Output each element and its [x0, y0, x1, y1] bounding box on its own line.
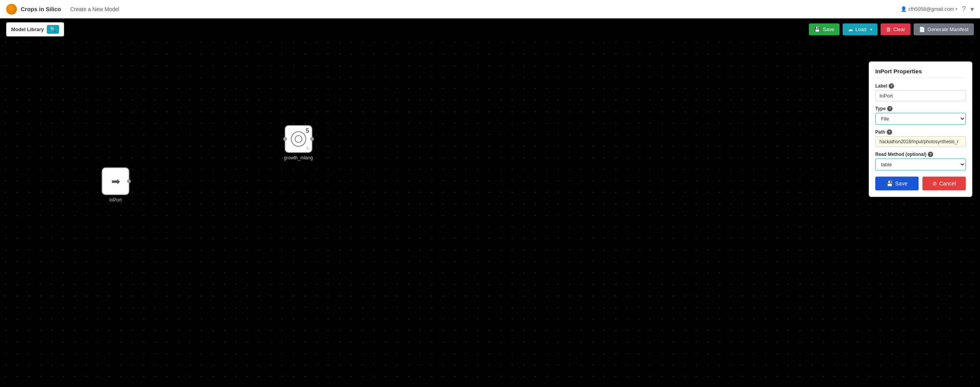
user-email[interactable]: cfh5058@gmail.com ▾ [901, 6, 957, 12]
chevron-down-icon: ▾ [955, 7, 957, 11]
page-title: Create a New Model [70, 6, 119, 12]
app-logo [6, 4, 17, 15]
app-name: Crops in Silico [21, 6, 61, 12]
topnav: Crops in Silico Create a New Model cfh50… [0, 0, 980, 18]
user-area: cfh5058@gmail.com ▾ ? ▾ [901, 5, 974, 13]
settings-button[interactable]: ▾ [970, 5, 974, 13]
help-button[interactable]: ? [962, 5, 966, 13]
